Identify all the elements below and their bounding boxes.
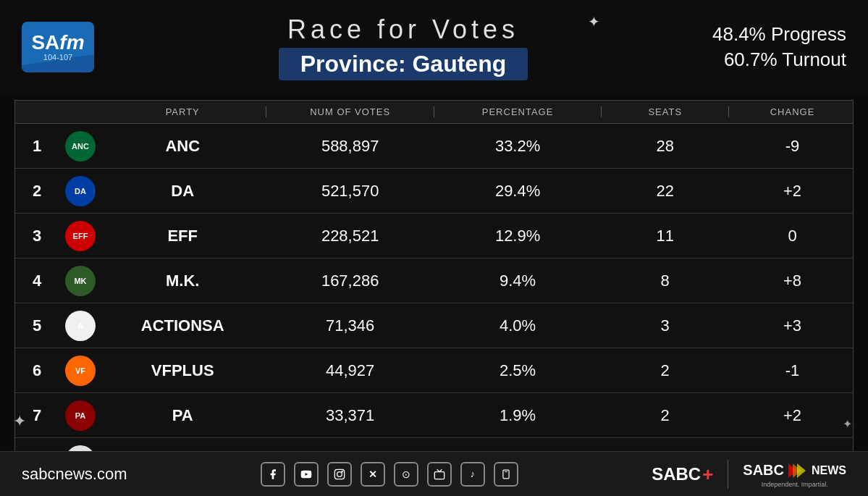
news-word: NEWS: [812, 464, 846, 477]
divider: [728, 106, 729, 117]
change-cell: -1: [732, 361, 853, 380]
table-row: 6 VF VFPLUS 44,927 2.5% 2: [15, 348, 853, 393]
party-name-cell: ACTIONSA: [102, 316, 263, 335]
votes-value: 521,570: [321, 182, 379, 200]
party-name: M.K.: [166, 272, 199, 290]
percentage-cell: 12.9%: [437, 227, 598, 245]
svg-rect-3: [434, 471, 444, 479]
tiktok-icon[interactable]: ♪: [460, 462, 485, 487]
sabc-news-logo: SABC NEWS Independent. Impartial.: [743, 461, 846, 488]
table-body: 1 ANC ANC 588,897 33.2% 28: [15, 124, 853, 483]
change-value: +3: [783, 316, 801, 335]
table-row: 2 DA DA 521,570 29.4% 22: [15, 169, 853, 214]
news-label: NEWS: [812, 464, 846, 477]
seats-value: 11: [656, 227, 673, 245]
change-value: +8: [783, 272, 801, 290]
party-name-cell: DA: [102, 182, 263, 201]
header: SAfm 104-107 Race for Votes Province: Ga…: [0, 0, 868, 94]
svg-marker-8: [797, 463, 806, 478]
header-center: Race for Votes Province: Gauteng: [94, 14, 712, 80]
table-row: 4 MK M.K. 167,286 9.4% 8: [15, 258, 853, 303]
results-table: PARTY NUM OF VOTES PERCENTAGE SEATS CHAN…: [14, 100, 854, 484]
table-row: 1 ANC ANC 588,897 33.2% 28: [15, 124, 853, 169]
table-header: PARTY NUM OF VOTES PERCENTAGE SEATS CHAN…: [15, 101, 853, 124]
province-title: Province: Gauteng: [279, 48, 528, 80]
svg-point-2: [342, 471, 342, 471]
votes-cell: 33,371: [269, 406, 430, 425]
party-logo-text: EFF: [73, 232, 88, 240]
party-name: PA: [172, 406, 193, 424]
rank-cell: 4: [15, 272, 59, 290]
twitter-x-icon[interactable]: ✕: [361, 462, 385, 487]
percentage-value: 2.5%: [500, 361, 536, 379]
table-row: 5 A ACTIONSA 71,346 4.0% 3: [15, 303, 853, 348]
party-logo: ANC: [65, 131, 96, 161]
votes-cell: 44,927: [269, 361, 430, 380]
party-logo-text: DA: [75, 187, 86, 196]
rank-cell: 2: [15, 182, 59, 201]
rank-cell: 3: [15, 227, 59, 245]
footer: sabcnews.com ✕ ⊙ ♪: [0, 451, 868, 496]
instagram-icon[interactable]: [327, 462, 352, 487]
party-logo-cell: A: [59, 311, 102, 341]
footer-url: sabcnews.com: [22, 465, 127, 484]
podcast-icon[interactable]: [494, 462, 518, 487]
footer-logos: SABC + SABC NEWS Independent. Impartial.: [652, 460, 846, 489]
safm-logo: SAfm 104-107: [22, 22, 94, 72]
party-logo-cell: PA: [59, 400, 102, 431]
table-row: 7 PA PA 33,371 1.9% 2: [15, 393, 853, 438]
facebook-icon[interactable]: [261, 462, 285, 487]
votes-value: 71,346: [326, 316, 374, 335]
change-cell: -9: [732, 137, 853, 156]
party-logo: EFF: [65, 221, 96, 251]
youtube-icon[interactable]: [294, 462, 319, 487]
votes-value: 44,927: [326, 361, 374, 379]
party-name-cell: VFPLUS: [102, 361, 263, 380]
percentage-value: 1.9%: [500, 406, 536, 424]
radio-icon[interactable]: ⊙: [394, 462, 418, 487]
percentage-value: 33.2%: [495, 137, 540, 155]
party-name: EFF: [167, 227, 198, 245]
party-logo-cell: VF: [59, 356, 102, 386]
party-logo-text: PA: [75, 411, 85, 420]
pct-column-header: PERCENTAGE: [437, 106, 598, 117]
sabc-tagline: Independent. Impartial.: [762, 481, 828, 488]
seats-value: 2: [661, 406, 670, 424]
party-logo-text: A: [77, 321, 83, 330]
percentage-cell: 29.4%: [437, 182, 598, 201]
divider: [266, 106, 266, 117]
progress-stat: 48.4% Progress: [712, 23, 846, 46]
sabc-plus-symbol: +: [702, 465, 713, 484]
change-cell: +2: [732, 182, 853, 201]
party-logo-cell: EFF: [59, 221, 102, 251]
votes-column-header: NUM OF VOTES: [269, 106, 430, 117]
seats-cell: 2: [604, 406, 725, 425]
rank-number: 5: [33, 316, 41, 335]
party-name: VFPLUS: [151, 361, 214, 379]
sabc-plus-logo: SABC +: [652, 464, 713, 484]
change-cell: +2: [732, 406, 853, 425]
news-wave-icon: [787, 461, 809, 481]
party-logo: DA: [65, 176, 96, 206]
votes-value: 228,521: [321, 227, 379, 245]
rank-number: 3: [33, 227, 41, 245]
percentage-cell: 33.2%: [437, 137, 598, 156]
rank-number: 1: [33, 137, 41, 155]
votes-cell: 228,521: [269, 227, 430, 245]
percentage-value: 12.9%: [495, 227, 540, 245]
change-value: -9: [785, 137, 800, 155]
change-cell: +8: [732, 272, 853, 290]
party-logo-cell: MK: [59, 266, 102, 296]
party-logo-cell: ANC: [59, 131, 102, 161]
divider: [434, 106, 434, 117]
percentage-value: 29.4%: [495, 182, 540, 200]
rank-header-spacer: [15, 106, 59, 117]
votes-value: 167,286: [321, 272, 379, 290]
safm-freq: 104-107: [43, 53, 72, 62]
sabc-news-text: SABC: [743, 462, 784, 479]
tv-icon[interactable]: [427, 462, 452, 487]
seats-value: 8: [661, 272, 670, 290]
footer-divider: [728, 460, 728, 489]
seats-cell: 8: [604, 272, 725, 290]
votes-cell: 71,346: [269, 316, 430, 335]
